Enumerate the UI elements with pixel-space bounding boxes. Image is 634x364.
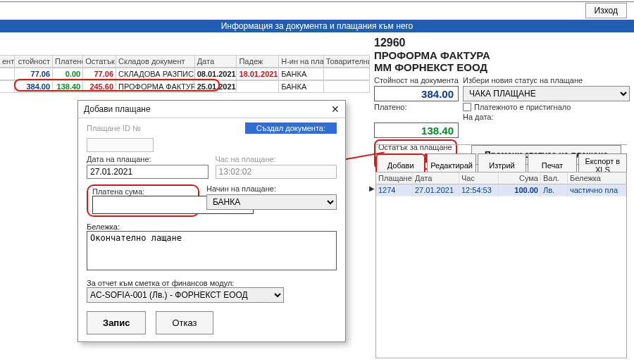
paid-value: 138.40	[374, 123, 459, 138]
status-select[interactable]: ЧАКА ПЛАЩАНЕ	[463, 86, 630, 101]
time-input	[216, 165, 337, 179]
col-th: ент	[0, 55, 15, 68]
method-select[interactable]: БАНКА	[206, 194, 337, 210]
nadata-label: На дата:	[463, 113, 630, 121]
col-pla: Платено	[53, 55, 83, 68]
table-row[interactable]: ▶ 1274 27.01.2021 12:54:53 100.00 Лв. ча…	[376, 184, 626, 196]
col-tov: Товарителница	[324, 55, 370, 68]
col-nac: Н-ин на плащане	[279, 55, 323, 68]
method-label: Начин на плащане:	[206, 184, 337, 193]
payment-id-input	[87, 138, 154, 152]
col-sto: стойност	[15, 55, 53, 68]
col-ost: Остатък	[83, 55, 116, 68]
paid-label: Платено:	[374, 103, 459, 121]
doc-value: 384.00	[374, 86, 459, 101]
time-label: Час на плащане:	[216, 155, 337, 163]
paid-amount-box: Платена сума: Лв.	[87, 184, 199, 217]
account-label: За отчет към сметка от финансов модул:	[87, 279, 337, 287]
save-button[interactable]: Запис	[87, 311, 146, 334]
creator-button[interactable]: Създал документа:	[245, 123, 337, 134]
documents-table: ент стойност Платено Остатък Складов док…	[0, 55, 370, 93]
arrived-checkbox[interactable]: Платежното е пристигнало	[463, 103, 630, 111]
section-title-bar: Информация за документа и плащания към н…	[0, 20, 634, 32]
document-number: 12960	[374, 37, 630, 49]
document-party: ММ ФОРНЕКСТ ЕООД	[374, 61, 630, 73]
col-dat: Дата	[195, 55, 237, 68]
cancel-button[interactable]: Отказ	[156, 311, 213, 334]
account-select[interactable]: AC-SOFIA-001 (Лв.) - ФОРНЕКСТ ЕООД	[87, 287, 284, 303]
exit-button[interactable]: Изход	[585, 3, 627, 18]
dialog-title: Добави плащане	[84, 104, 151, 114]
table-row[interactable]: 77.06 0.00 77.06 СКЛАДОВА РАЗПИСКА 08.01…	[0, 68, 370, 80]
col-skl: Складов документ	[116, 55, 195, 68]
document-type: ПРОФОРМА ФАКТУРА	[374, 49, 630, 61]
payment-id-label: Плащане ID №	[87, 124, 141, 132]
note-textarea[interactable]	[87, 231, 337, 270]
close-icon[interactable]: ✕	[331, 103, 340, 115]
value-label: Стойност на документа	[374, 76, 459, 84]
caret-icon: ▶	[369, 184, 375, 192]
date-label: Дата на плащане:	[87, 155, 209, 163]
add-payment-dialog: Добави плащане ✕ Плащане ID № Създал док…	[77, 100, 346, 342]
date-input[interactable]	[87, 165, 209, 179]
note-label: Бележка:	[87, 222, 337, 231]
table-row[interactable]: 384.00 138.40 245.60 ПРОФОРМА ФАКТУРА 25…	[0, 80, 370, 93]
col-pad: Падеж	[237, 55, 279, 68]
status-label: Избери новия статус на плащане	[463, 76, 630, 84]
